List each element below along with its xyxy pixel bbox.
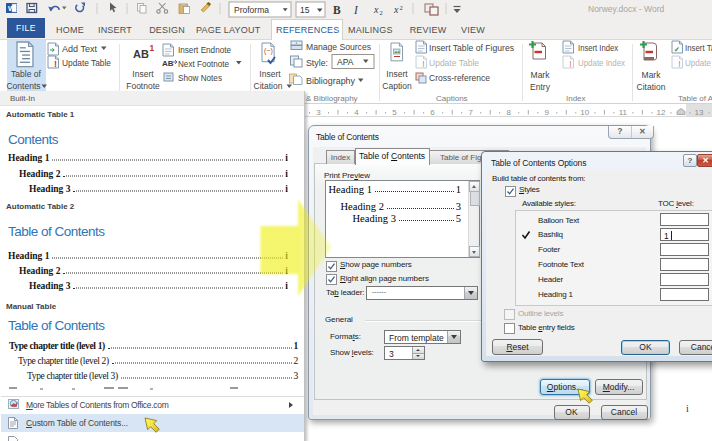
svg-text:Contents: Contents — [6, 81, 40, 91]
svg-text:5: 5 — [392, 108, 397, 117]
svg-text:Insert Table of Figures: Insert Table of Figures — [429, 42, 514, 53]
svg-text:Next Footnote: Next Footnote — [178, 58, 229, 69]
svg-text:1: 1 — [150, 43, 155, 53]
svg-text:✓: ✓ — [674, 46, 680, 53]
svg-text:APA: APA — [337, 57, 354, 67]
svg-text:Table of: Table of — [11, 69, 41, 79]
svg-text:!: ! — [678, 59, 681, 69]
svg-text:Insert: Insert — [386, 69, 408, 79]
svg-text:Citation: Citation — [254, 81, 283, 91]
svg-text:4: 4 — [354, 108, 359, 117]
svg-text:6: 6 — [430, 108, 435, 117]
svg-text:Update: Update — [685, 57, 711, 68]
svg-text:Bibliography: Bibliography — [306, 75, 355, 86]
svg-text:11: 11 — [619, 108, 628, 117]
svg-text:x: x — [393, 4, 399, 15]
svg-text:10: 10 — [580, 108, 589, 117]
svg-text:7: 7 — [468, 108, 473, 117]
svg-text:Update Table: Update Table — [429, 57, 479, 68]
svg-text:B: B — [333, 4, 341, 16]
svg-text:Add Text: Add Text — [62, 43, 97, 54]
svg-text:Citation: Citation — [637, 82, 666, 92]
svg-text:W: W — [8, 4, 16, 13]
svg-text:3: 3 — [316, 108, 321, 117]
svg-text:15: 15 — [300, 5, 310, 15]
svg-text:12: 12 — [657, 108, 666, 117]
svg-text:Cross-reference: Cross-reference — [429, 72, 490, 83]
svg-text:Footnote: Footnote — [126, 81, 160, 91]
svg-text:8: 8 — [507, 108, 512, 117]
svg-text:13: 13 — [695, 108, 704, 117]
svg-text:2: 2 — [400, 4, 403, 11]
svg-text:!: ! — [569, 59, 572, 69]
svg-text:(−): (−) — [264, 47, 273, 55]
svg-text:x: x — [373, 4, 379, 15]
svg-text:2: 2 — [380, 9, 383, 16]
svg-text:!: ! — [422, 59, 425, 69]
svg-text:Insert Index: Insert Index — [578, 42, 618, 53]
svg-text:Insert: Insert — [132, 69, 154, 79]
svg-text:Manage Sources: Manage Sources — [306, 41, 371, 52]
svg-text:AB: AB — [133, 48, 149, 60]
svg-text:Mark: Mark — [531, 70, 551, 80]
svg-text:Style:: Style: — [306, 57, 328, 68]
svg-text:I: I — [353, 4, 359, 16]
svg-text:Update Table: Update Table — [62, 57, 111, 68]
svg-text:Insert Ta: Insert Ta — [685, 42, 712, 53]
svg-text:Show Notes: Show Notes — [178, 72, 222, 83]
svg-text:Entry: Entry — [530, 82, 551, 92]
svg-text:Update Index: Update Index — [578, 57, 625, 68]
svg-text:!: ! — [54, 59, 57, 69]
svg-text:Insert: Insert — [259, 69, 281, 79]
svg-text:Insert Endnote: Insert Endnote — [178, 44, 231, 55]
svg-text:Proforma: Proforma — [234, 5, 269, 15]
svg-text:AB: AB — [162, 59, 174, 68]
svg-text:Caption: Caption — [382, 81, 412, 91]
svg-text:9: 9 — [545, 108, 550, 117]
svg-text:Mark: Mark — [642, 70, 662, 80]
